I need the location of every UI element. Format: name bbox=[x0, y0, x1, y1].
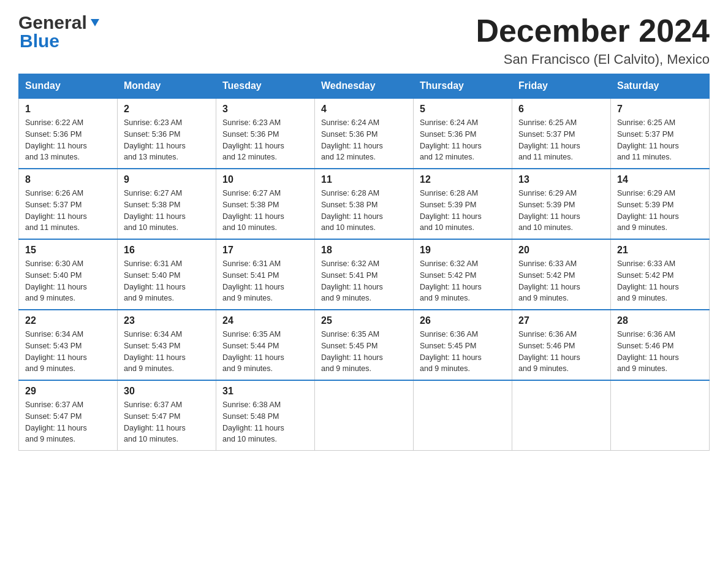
day-info: Sunrise: 6:27 AMSunset: 5:38 PMDaylight:… bbox=[124, 188, 210, 234]
day-info: Sunrise: 6:37 AMSunset: 5:47 PMDaylight:… bbox=[124, 399, 210, 445]
day-number: 5 bbox=[420, 104, 506, 115]
day-number: 10 bbox=[222, 174, 308, 185]
day-number: 17 bbox=[222, 245, 308, 256]
calendar-cell bbox=[414, 380, 512, 451]
logo-general-text: General bbox=[18, 12, 87, 33]
col-tuesday: Tuesday bbox=[216, 74, 315, 99]
page-header: General Blue December 2024 San Francisco… bbox=[18, 12, 710, 67]
day-number: 6 bbox=[518, 104, 604, 115]
month-title: December 2024 bbox=[476, 12, 710, 49]
day-info: Sunrise: 6:31 AMSunset: 5:41 PMDaylight:… bbox=[222, 258, 308, 304]
calendar-cell: 20Sunrise: 6:33 AMSunset: 5:42 PMDayligh… bbox=[512, 239, 611, 310]
calendar-cell: 4Sunrise: 6:24 AMSunset: 5:36 PMDaylight… bbox=[315, 98, 414, 169]
calendar-cell: 5Sunrise: 6:24 AMSunset: 5:36 PMDaylight… bbox=[414, 98, 512, 169]
calendar-cell: 29Sunrise: 6:37 AMSunset: 5:47 PMDayligh… bbox=[19, 380, 118, 451]
calendar-cell: 14Sunrise: 6:29 AMSunset: 5:39 PMDayligh… bbox=[611, 169, 710, 239]
calendar-cell: 3Sunrise: 6:23 AMSunset: 5:36 PMDaylight… bbox=[216, 98, 315, 169]
day-number: 13 bbox=[518, 174, 604, 185]
calendar-cell: 7Sunrise: 6:25 AMSunset: 5:37 PMDaylight… bbox=[611, 98, 710, 169]
day-number: 3 bbox=[222, 104, 308, 115]
col-saturday: Saturday bbox=[611, 74, 710, 99]
day-info: Sunrise: 6:35 AMSunset: 5:44 PMDaylight:… bbox=[222, 329, 308, 375]
calendar-cell: 12Sunrise: 6:28 AMSunset: 5:39 PMDayligh… bbox=[414, 169, 512, 239]
calendar-cell: 22Sunrise: 6:34 AMSunset: 5:43 PMDayligh… bbox=[19, 310, 118, 380]
logo-blue-text: Blue bbox=[20, 31, 59, 51]
day-info: Sunrise: 6:36 AMSunset: 5:46 PMDaylight:… bbox=[617, 329, 703, 375]
day-info: Sunrise: 6:32 AMSunset: 5:42 PMDaylight:… bbox=[420, 258, 506, 304]
calendar-cell: 17Sunrise: 6:31 AMSunset: 5:41 PMDayligh… bbox=[216, 239, 315, 310]
calendar-week-row-5: 29Sunrise: 6:37 AMSunset: 5:47 PMDayligh… bbox=[19, 380, 710, 451]
day-number: 27 bbox=[518, 315, 604, 326]
calendar-table: Sunday Monday Tuesday Wednesday Thursday… bbox=[18, 74, 710, 451]
calendar-cell: 24Sunrise: 6:35 AMSunset: 5:44 PMDayligh… bbox=[216, 310, 315, 380]
title-block: December 2024 San Francisco (El Calvito)… bbox=[476, 12, 710, 67]
day-info: Sunrise: 6:34 AMSunset: 5:43 PMDaylight:… bbox=[124, 329, 210, 375]
day-number: 30 bbox=[124, 386, 210, 397]
calendar-cell: 19Sunrise: 6:32 AMSunset: 5:42 PMDayligh… bbox=[414, 239, 512, 310]
calendar-cell: 30Sunrise: 6:37 AMSunset: 5:47 PMDayligh… bbox=[118, 380, 216, 451]
col-wednesday: Wednesday bbox=[315, 74, 414, 99]
location-title: San Francisco (El Calvito), Mexico bbox=[476, 52, 710, 67]
calendar-cell: 23Sunrise: 6:34 AMSunset: 5:43 PMDayligh… bbox=[118, 310, 216, 380]
calendar-cell: 11Sunrise: 6:28 AMSunset: 5:38 PMDayligh… bbox=[315, 169, 414, 239]
day-number: 16 bbox=[124, 245, 210, 256]
day-info: Sunrise: 6:23 AMSunset: 5:36 PMDaylight:… bbox=[222, 117, 308, 163]
day-number: 11 bbox=[321, 174, 407, 185]
calendar-cell: 15Sunrise: 6:30 AMSunset: 5:40 PMDayligh… bbox=[19, 239, 118, 310]
logo: General Blue bbox=[18, 12, 102, 52]
day-info: Sunrise: 6:29 AMSunset: 5:39 PMDaylight:… bbox=[518, 188, 604, 234]
day-info: Sunrise: 6:34 AMSunset: 5:43 PMDaylight:… bbox=[25, 329, 111, 375]
calendar-cell: 18Sunrise: 6:32 AMSunset: 5:41 PMDayligh… bbox=[315, 239, 414, 310]
calendar-week-row-1: 1Sunrise: 6:22 AMSunset: 5:36 PMDaylight… bbox=[19, 98, 710, 169]
calendar-cell: 26Sunrise: 6:36 AMSunset: 5:45 PMDayligh… bbox=[414, 310, 512, 380]
calendar-cell: 10Sunrise: 6:27 AMSunset: 5:38 PMDayligh… bbox=[216, 169, 315, 239]
day-number: 25 bbox=[321, 315, 407, 326]
svg-marker-0 bbox=[91, 19, 99, 26]
day-info: Sunrise: 6:36 AMSunset: 5:46 PMDaylight:… bbox=[518, 329, 604, 375]
day-info: Sunrise: 6:35 AMSunset: 5:45 PMDaylight:… bbox=[321, 329, 407, 375]
day-number: 21 bbox=[617, 245, 703, 256]
col-friday: Friday bbox=[512, 74, 611, 99]
day-info: Sunrise: 6:25 AMSunset: 5:37 PMDaylight:… bbox=[518, 117, 604, 163]
day-info: Sunrise: 6:25 AMSunset: 5:37 PMDaylight:… bbox=[617, 117, 703, 163]
calendar-cell: 25Sunrise: 6:35 AMSunset: 5:45 PMDayligh… bbox=[315, 310, 414, 380]
day-info: Sunrise: 6:24 AMSunset: 5:36 PMDaylight:… bbox=[321, 117, 407, 163]
calendar-cell: 6Sunrise: 6:25 AMSunset: 5:37 PMDaylight… bbox=[512, 98, 611, 169]
day-info: Sunrise: 6:31 AMSunset: 5:40 PMDaylight:… bbox=[124, 258, 210, 304]
calendar-cell: 27Sunrise: 6:36 AMSunset: 5:46 PMDayligh… bbox=[512, 310, 611, 380]
day-info: Sunrise: 6:27 AMSunset: 5:38 PMDaylight:… bbox=[222, 188, 308, 234]
day-number: 8 bbox=[25, 174, 111, 185]
day-info: Sunrise: 6:26 AMSunset: 5:37 PMDaylight:… bbox=[25, 188, 111, 234]
calendar-cell: 31Sunrise: 6:38 AMSunset: 5:48 PMDayligh… bbox=[216, 380, 315, 451]
calendar-cell: 8Sunrise: 6:26 AMSunset: 5:37 PMDaylight… bbox=[19, 169, 118, 239]
day-number: 7 bbox=[617, 104, 703, 115]
day-number: 9 bbox=[124, 174, 210, 185]
day-info: Sunrise: 6:28 AMSunset: 5:39 PMDaylight:… bbox=[420, 188, 506, 234]
day-number: 18 bbox=[321, 245, 407, 256]
day-number: 15 bbox=[25, 245, 111, 256]
day-number: 26 bbox=[420, 315, 506, 326]
day-info: Sunrise: 6:38 AMSunset: 5:48 PMDaylight:… bbox=[222, 399, 308, 445]
day-info: Sunrise: 6:37 AMSunset: 5:47 PMDaylight:… bbox=[25, 399, 111, 445]
day-number: 2 bbox=[124, 104, 210, 115]
day-number: 4 bbox=[321, 104, 407, 115]
col-monday: Monday bbox=[118, 74, 216, 99]
day-number: 12 bbox=[420, 174, 506, 185]
day-number: 31 bbox=[222, 386, 308, 397]
calendar-header-row: Sunday Monday Tuesday Wednesday Thursday… bbox=[19, 74, 710, 99]
calendar-cell bbox=[315, 380, 414, 451]
day-info: Sunrise: 6:30 AMSunset: 5:40 PMDaylight:… bbox=[25, 258, 111, 304]
calendar-week-row-4: 22Sunrise: 6:34 AMSunset: 5:43 PMDayligh… bbox=[19, 310, 710, 380]
calendar-cell bbox=[512, 380, 611, 451]
day-info: Sunrise: 6:32 AMSunset: 5:41 PMDaylight:… bbox=[321, 258, 407, 304]
day-number: 24 bbox=[222, 315, 308, 326]
calendar-cell: 1Sunrise: 6:22 AMSunset: 5:36 PMDaylight… bbox=[19, 98, 118, 169]
calendar-cell: 2Sunrise: 6:23 AMSunset: 5:36 PMDaylight… bbox=[118, 98, 216, 169]
calendar-week-row-2: 8Sunrise: 6:26 AMSunset: 5:37 PMDaylight… bbox=[19, 169, 710, 239]
day-number: 23 bbox=[124, 315, 210, 326]
col-thursday: Thursday bbox=[414, 74, 512, 99]
calendar-week-row-3: 15Sunrise: 6:30 AMSunset: 5:40 PMDayligh… bbox=[19, 239, 710, 310]
calendar-cell bbox=[611, 380, 710, 451]
day-number: 1 bbox=[25, 104, 111, 115]
day-info: Sunrise: 6:22 AMSunset: 5:36 PMDaylight:… bbox=[25, 117, 111, 163]
